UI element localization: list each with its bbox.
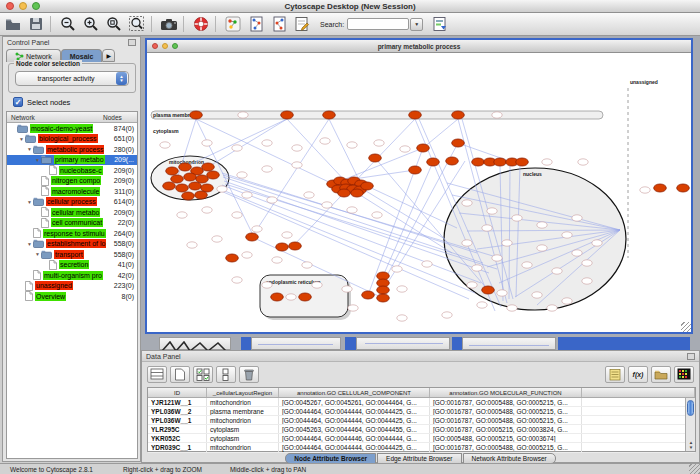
plugin-button-1[interactable] [245, 15, 266, 34]
network-node[interactable] [187, 242, 197, 248]
search-input[interactable] [347, 18, 409, 30]
network-node-selected-color[interactable] [409, 166, 422, 174]
network-node[interactable] [272, 257, 282, 263]
import-button[interactable] [429, 15, 450, 34]
column-header-cellularlayoutregion[interactable]: _cellularLayoutRegion [207, 388, 279, 397]
expander-icon[interactable]: ▼ [26, 199, 33, 205]
network-node[interactable] [537, 245, 547, 251]
network-node[interactable] [537, 222, 547, 228]
cell-annotation-go-molecular-function[interactable]: [GO:0016787, GO:0005488, GO:0005215, G..… [430, 398, 582, 406]
network-node[interactable] [482, 225, 492, 231]
network-node[interactable] [442, 312, 452, 318]
cell-cellularlayoutregion[interactable]: cytoplasm [207, 434, 279, 442]
expander-icon[interactable]: ▼ [34, 251, 41, 257]
network-node-selected-color[interactable] [207, 171, 220, 179]
network-edge[interactable] [252, 119, 329, 237]
network-node[interactable] [532, 292, 542, 298]
network-node[interactable] [572, 215, 582, 221]
zoom-out-button[interactable] [57, 15, 78, 34]
network-node[interactable] [252, 226, 262, 232]
network-node[interactable] [232, 212, 242, 218]
scrollbar-arrows[interactable]: ▲▼ [686, 440, 696, 450]
tree-item-metabolic-process[interactable]: ▼metabolic process280(0) [7, 144, 137, 155]
network-edge[interactable] [208, 119, 287, 167]
network-node[interactable] [542, 159, 552, 165]
network-node-selected-color[interactable] [338, 189, 351, 197]
table-row-ypl036w-2[interactable]: YPL036W__2plasma membrane[GO:0044464, GO… [148, 407, 695, 416]
select-nodes-checkbox-row[interactable]: ✓ Select nodes [13, 97, 70, 107]
node-color-dropdown[interactable]: transporter activity ▲▼ [15, 71, 129, 86]
search-dropdown-button[interactable]: ▼ [410, 18, 423, 31]
network-node-selected-color[interactable] [182, 192, 195, 200]
window-resize-grip[interactable] [689, 463, 700, 474]
cell-id[interactable]: YPL036W__2 [148, 407, 207, 415]
network-node[interactable] [502, 240, 512, 246]
network-node-selected-color[interactable] [226, 254, 239, 262]
network-node[interactable] [487, 208, 497, 214]
network-node[interactable] [477, 302, 487, 308]
network-node[interactable] [347, 142, 357, 148]
cell-annotation-go-cellular-component[interactable]: [GO:0044464, GO:0044444, GO:0044425, G..… [279, 407, 430, 415]
help-button[interactable] [190, 15, 211, 34]
network-node-selected-color[interactable] [362, 291, 375, 299]
network-edge[interactable] [383, 162, 433, 276]
tree-item-response-to-stimulu[interactable]: response to stimulu264(0) [7, 228, 137, 239]
open-session-button[interactable] [2, 15, 23, 34]
network-node[interactable] [374, 140, 384, 146]
network-node-selected-color[interactable] [184, 173, 197, 181]
tree-item-establishment-of-lo[interactable]: ▼establishment of lo558(0) [7, 239, 137, 250]
network-node-selected-color[interactable] [299, 293, 312, 301]
network-node[interactable] [372, 212, 382, 218]
matrix-view-button[interactable] [674, 366, 694, 383]
network-node[interactable] [322, 202, 332, 208]
tree-header-network[interactable]: Network [7, 114, 103, 121]
network-node[interactable] [472, 265, 482, 271]
network-canvas[interactable]: plasma membranecytoplasmmitochondrionnuc… [147, 53, 691, 332]
expander-icon[interactable]: ▼ [34, 157, 41, 163]
network-node-selected-color[interactable] [482, 286, 495, 294]
network-node[interactable] [562, 232, 572, 238]
network-node[interactable] [292, 145, 302, 151]
network-node[interactable] [292, 162, 302, 168]
network-node-selected-color[interactable] [351, 189, 364, 197]
table-row-ylr295c[interactable]: YLR295Ccytoplasm[GO:0045263, GO:0044464,… [148, 425, 695, 434]
network-edge[interactable] [383, 143, 458, 283]
network-edge[interactable] [329, 119, 361, 184]
network-node[interactable] [572, 250, 582, 256]
column-header-annotation-go-cellular-component[interactable]: annotation.GO CELLULAR_COMPONENT [279, 388, 430, 397]
network-node-selected-color[interactable] [179, 163, 192, 171]
cell-id[interactable]: YJR121W__1 [148, 398, 207, 406]
network-node-selected-color[interactable] [427, 158, 440, 166]
tree-item-cellular-process[interactable]: ▼cellular process614(0) [7, 197, 137, 208]
network-node[interactable] [267, 197, 277, 203]
network-node-selected-color[interactable] [677, 184, 690, 192]
network-node[interactable] [492, 255, 502, 261]
network-node-selected-color[interactable] [289, 242, 302, 250]
tree-item-biological-process[interactable]: ▼biological_process651(0) [7, 134, 137, 145]
network-node[interactable] [467, 282, 477, 288]
network-node[interactable] [397, 315, 407, 321]
zoom-selected-button[interactable] [126, 15, 147, 34]
network-node-selected-color[interactable] [377, 294, 390, 302]
cell-id[interactable]: YLR295C [148, 425, 207, 433]
tree-item-nitrogen-compo[interactable]: nitrogen compo209(0) [7, 176, 137, 187]
network-node-selected-color[interactable] [271, 293, 284, 301]
network-edge[interactable] [367, 186, 457, 228]
network-node[interactable] [348, 305, 358, 311]
expander-icon[interactable]: ▼ [18, 136, 25, 142]
network-edge[interactable] [333, 148, 423, 184]
network-node[interactable] [212, 236, 222, 242]
cell-annotation-go-molecular-function[interactable]: [GO:0016787, GO:0005488, GO:0005215, G..… [430, 416, 582, 424]
network-node-selected-color[interactable] [377, 286, 390, 294]
network-node[interactable] [232, 145, 242, 151]
column-header-annotation-go-molecular-function[interactable]: annotation.GO MOLECULAR_FUNCTION [430, 388, 582, 397]
plugin-button-2[interactable] [268, 15, 289, 34]
network-node[interactable] [397, 286, 407, 292]
region-plasma-membrane[interactable] [151, 111, 603, 119]
network-node[interactable] [507, 305, 517, 311]
network-node[interactable] [217, 186, 227, 192]
import-attributes-button[interactable] [651, 366, 671, 383]
function-builder-button[interactable]: f(x) [628, 366, 648, 383]
network-node-selected-color[interactable] [189, 182, 202, 190]
network-node[interactable] [286, 294, 296, 300]
